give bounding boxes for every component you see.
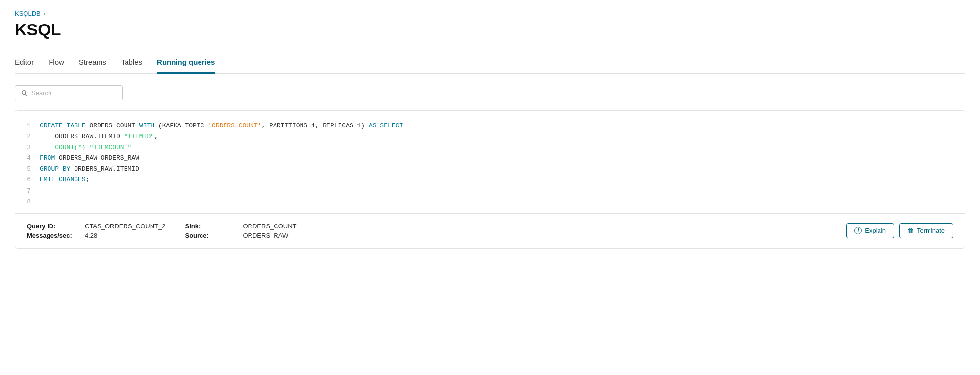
line-num-6: 6 bbox=[15, 175, 40, 185]
meta-section: Query ID: CTAS_ORDERS_COUNT_2 Messages/s… bbox=[15, 214, 965, 248]
page-title: KSQL bbox=[15, 20, 965, 39]
page-container: KSQLDB › KSQL Editor Flow Streams Tables… bbox=[0, 0, 980, 263]
info-icon: i bbox=[854, 227, 862, 234]
line-content-2: ORDERS_RAW.ITEMID "ITEMID", bbox=[40, 131, 965, 142]
action-buttons: i Explain 🗑 Terminate bbox=[846, 223, 953, 238]
meta-row-query-id: Query ID: CTAS_ORDERS_COUNT_2 bbox=[27, 223, 165, 230]
line-num-7: 7 bbox=[15, 186, 40, 197]
code-section: 1 CREATE TABLE ORDERS_COUNT WITH (KAFKA_… bbox=[15, 111, 965, 214]
code-line-8: 8 bbox=[15, 197, 965, 207]
line-content-1: CREATE TABLE ORDERS_COUNT WITH (KAFKA_TO… bbox=[40, 121, 965, 131]
messages-sec-value: 4.28 bbox=[85, 232, 97, 239]
tab-editor[interactable]: Editor bbox=[15, 54, 34, 74]
messages-sec-label: Messages/sec: bbox=[27, 232, 81, 239]
query-id-label: Query ID: bbox=[27, 223, 81, 230]
tab-running-queries[interactable]: Running queries bbox=[157, 54, 215, 74]
source-label: Source: bbox=[185, 232, 239, 239]
tab-tables[interactable]: Tables bbox=[121, 54, 142, 74]
sink-label: Sink: bbox=[185, 223, 239, 230]
line-num-3: 3 bbox=[15, 142, 40, 153]
line-content-4: FROM ORDERS_RAW ORDERS_RAW bbox=[40, 153, 965, 164]
terminate-button[interactable]: 🗑 Terminate bbox=[899, 223, 953, 238]
line-num-1: 1 bbox=[15, 121, 40, 131]
meta-row-sink: Sink: ORDERS_COUNT bbox=[185, 223, 296, 230]
query-card: 1 CREATE TABLE ORDERS_COUNT WITH (KAFKA_… bbox=[15, 110, 965, 249]
code-lines: 1 CREATE TABLE ORDERS_COUNT WITH (KAFKA_… bbox=[15, 121, 965, 207]
explain-button[interactable]: i Explain bbox=[846, 223, 894, 238]
breadcrumb: KSQLDB › bbox=[15, 10, 965, 17]
meta-group-right: Sink: ORDERS_COUNT Source: ORDERS_RAW bbox=[185, 223, 296, 239]
explain-label: Explain bbox=[865, 227, 886, 234]
breadcrumb-parent-link[interactable]: KSQLDB bbox=[15, 10, 41, 17]
line-num-2: 2 bbox=[15, 131, 40, 142]
tab-streams[interactable]: Streams bbox=[79, 54, 106, 74]
line-content-5: GROUP BY ORDERS_RAW.ITEMID bbox=[40, 164, 965, 175]
code-line-5: 5 GROUP BY ORDERS_RAW.ITEMID bbox=[15, 164, 965, 175]
svg-point-0 bbox=[22, 90, 26, 94]
source-value: ORDERS_RAW bbox=[243, 232, 288, 239]
code-line-4: 4 FROM ORDERS_RAW ORDERS_RAW bbox=[15, 153, 965, 164]
code-line-7: 7 bbox=[15, 186, 965, 197]
meta-row-source: Source: ORDERS_RAW bbox=[185, 232, 296, 239]
line-num-5: 5 bbox=[15, 164, 40, 175]
line-content-7 bbox=[40, 186, 965, 197]
search-container bbox=[15, 85, 965, 100]
search-wrapper bbox=[15, 85, 123, 100]
code-line-3: 3 COUNT(*) "ITEMCOUNT" bbox=[15, 142, 965, 153]
line-content-8 bbox=[40, 197, 965, 207]
meta-group-left: Query ID: CTAS_ORDERS_COUNT_2 Messages/s… bbox=[27, 223, 165, 239]
breadcrumb-separator: › bbox=[44, 10, 46, 17]
trash-icon: 🗑 bbox=[907, 227, 914, 234]
code-line-1: 1 CREATE TABLE ORDERS_COUNT WITH (KAFKA_… bbox=[15, 121, 965, 131]
line-num-8: 8 bbox=[15, 197, 40, 207]
code-line-2: 2 ORDERS_RAW.ITEMID "ITEMID", bbox=[15, 131, 965, 142]
search-icon bbox=[21, 90, 28, 97]
line-num-4: 4 bbox=[15, 153, 40, 164]
sink-value: ORDERS_COUNT bbox=[243, 223, 296, 230]
svg-line-1 bbox=[25, 94, 27, 96]
line-content-3: COUNT(*) "ITEMCOUNT" bbox=[40, 142, 965, 153]
meta-row-messages: Messages/sec: 4.28 bbox=[27, 232, 165, 239]
line-content-6: EMIT CHANGES; bbox=[40, 175, 965, 185]
query-id-value: CTAS_ORDERS_COUNT_2 bbox=[85, 223, 165, 230]
tabs-bar: Editor Flow Streams Tables Running queri… bbox=[15, 54, 965, 74]
code-line-6: 6 EMIT CHANGES; bbox=[15, 175, 965, 185]
terminate-label: Terminate bbox=[917, 227, 945, 234]
tab-flow[interactable]: Flow bbox=[49, 54, 64, 74]
search-input[interactable] bbox=[31, 89, 116, 97]
